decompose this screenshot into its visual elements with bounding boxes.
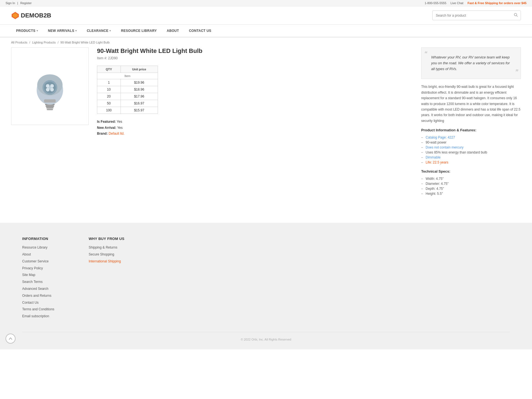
quote-text: Whatever your RV, our RV service team wi… [428, 53, 514, 73]
product-title: 90-Watt Bright White LED Light Bulb [97, 47, 413, 55]
svg-rect-6 [46, 106, 54, 107]
svg-point-2 [514, 13, 517, 16]
breadcrumb: All Products / Lighting Products / 90-Wa… [0, 37, 532, 47]
svg-point-17 [48, 86, 51, 89]
shipping-promo: Fast & Free Shipping for orders over $45 [467, 1, 526, 5]
separator: | [17, 1, 18, 5]
product-details: 90-Watt Bright White LED Light Bulb Item… [97, 47, 413, 137]
nav-products-arrow: ▾ [37, 29, 38, 32]
svg-line-3 [516, 16, 518, 17]
search-button[interactable] [511, 11, 521, 20]
logo-icon [11, 11, 19, 20]
footer-info-link[interactable]: Advanced Search [22, 287, 66, 291]
live-chat-link[interactable]: Live Chat [451, 1, 463, 5]
footer-info-title: INFORMATION [22, 237, 66, 241]
footer-info-link[interactable]: About [22, 252, 66, 257]
specs-list: Width: 4.75"Diameter: 4.75"Depth: 4.75"H… [421, 176, 521, 196]
nav-products[interactable]: PRODUCTS ▾ [11, 25, 43, 37]
product-description: This bright, eco-friendly 90-watt bulb i… [421, 84, 521, 124]
back-to-top-button[interactable] [6, 334, 16, 344]
top-bar-right: 1-800-555-5555 Live Chat Fast & Free Shi… [424, 1, 526, 5]
logo[interactable]: DEMOB2B [11, 11, 51, 20]
footer-why-link[interactable]: International Shipping [89, 259, 133, 264]
feature-item: Catalog Page: 4227 [421, 135, 521, 140]
pricing-table: QTY Unit price Item 1$19.9610$18.9620$17… [97, 66, 158, 114]
feature-link[interactable]: Does not contain mercury [426, 145, 464, 149]
shipping-highlight: Fast & Free Shipping [467, 1, 498, 5]
feature-item: Dimmable [421, 155, 521, 160]
pricing-qty: 20 [97, 93, 121, 100]
feature-link[interactable]: Dimmable [426, 155, 441, 159]
spec-item: Depth: 4.75" [421, 186, 521, 191]
footer-info-link[interactable]: Contact Us [22, 300, 66, 305]
top-bar-left: Sign In | Register [6, 1, 32, 5]
breadcrumb-lighting[interactable]: Lighting Products [32, 41, 56, 44]
pricing-row: 20$17.96 [97, 93, 158, 100]
item-subheader: Item [97, 73, 158, 79]
features-title: Product Information & Features: [421, 128, 521, 132]
phone-number: 1-800-555-5555 [424, 1, 446, 5]
nav-clearance[interactable]: CLEARANCE ▾ [82, 25, 116, 37]
spec-item: Height: 5.5" [421, 191, 521, 196]
shipping-suffix: for orders over $45 [499, 1, 526, 5]
brand: Brand: Default ltd. [97, 131, 413, 137]
register-link[interactable]: Register [20, 1, 32, 5]
header: DEMOB2B [0, 6, 532, 25]
footer-info-link[interactable]: Customer Service [22, 259, 66, 264]
footer-why-link[interactable]: Secure Shopping [89, 252, 133, 257]
feature-link[interactable]: Catalog Page: 4227 [426, 135, 455, 139]
pricing-row: 50$16.97 [97, 100, 158, 107]
pricing-price: $15.97 [121, 107, 158, 114]
footer-info-link[interactable]: Privacy Policy [22, 266, 66, 271]
is-featured: Is Featured: Yes [97, 119, 413, 125]
footer-info-links: Resource LibraryAboutCustomer ServicePri… [22, 245, 66, 319]
pricing-row: 10$18.96 [97, 86, 158, 93]
top-bar: Sign In | Register 1-800-555-5555 Live C… [0, 0, 532, 6]
feature-item: Life: 22.5 years [421, 160, 521, 165]
footer-why-title: WHY BUY FROM US [89, 237, 133, 241]
nav-clearance-arrow: ▾ [109, 29, 111, 32]
nav-contact-us[interactable]: CONTACT US [184, 25, 216, 37]
breadcrumb-all-products[interactable]: All Products [11, 41, 27, 44]
footer-info-link[interactable]: Resource Library [22, 245, 66, 250]
nav-about[interactable]: ABOUT [162, 25, 184, 37]
footer-why-col: WHY BUY FROM US Shipping & ReturnsSecure… [89, 237, 133, 321]
feature-item: 90-watt power [421, 140, 521, 145]
footer-why-links: Shipping & ReturnsSecure ShoppingInterna… [89, 245, 133, 264]
nav-new-arrivals[interactable]: NEW ARRIVALS ▾ [43, 25, 82, 37]
svg-rect-7 [46, 107, 54, 108]
feature-item: Uses 85% less energy than standard bulb [421, 150, 521, 155]
feature-item: Does not contain mercury [421, 145, 521, 150]
footer-info-link[interactable]: Terms and Conditions [22, 307, 66, 312]
product-image [25, 58, 75, 114]
pricing-price: $17.96 [121, 93, 158, 100]
footer-info-link[interactable]: Site Map [22, 273, 66, 277]
pricing-price: $19.96 [121, 79, 158, 86]
specs-title: Technical Specs: [421, 169, 521, 173]
feature-link[interactable]: Life: 22.5 years [426, 160, 448, 164]
nav-new-arrivals-arrow: ▾ [75, 29, 77, 32]
nav-resource-library[interactable]: RESOURCE LIBRARY [116, 25, 162, 37]
footer-info-link[interactable]: Search Terms [22, 280, 66, 284]
product-sku: Item #: 2JD90 [97, 56, 413, 60]
breadcrumb-product[interactable]: 90-Watt Bright White LED Light Bulb [60, 41, 110, 44]
search-input[interactable] [433, 11, 511, 20]
pricing-price: $18.96 [121, 86, 158, 93]
features-list: Catalog Page: 422790-watt powerDoes not … [421, 135, 521, 165]
product-meta: Is Featured: Yes New Arrival: Yes Brand:… [97, 119, 413, 137]
svg-rect-8 [47, 109, 53, 110]
arrow-up-icon [8, 336, 13, 341]
qty-header: QTY [97, 66, 121, 73]
product-image-box [11, 47, 89, 125]
product-container: 90-Watt Bright White LED Light Bulb Item… [0, 47, 532, 212]
quote-open-icon: “ [424, 50, 427, 58]
footer-why-link[interactable]: Shipping & Returns [89, 245, 133, 250]
pricing-qty: 100 [97, 107, 121, 114]
search-bar[interactable] [432, 11, 521, 20]
product-right: “ Whatever your RV, our RV service team … [421, 47, 521, 201]
pricing-qty: 1 [97, 79, 121, 86]
pricing-price: $16.97 [121, 100, 158, 107]
footer-info-link[interactable]: Orders and Returns [22, 293, 66, 298]
footer-info-link[interactable]: Email subscription [22, 314, 66, 319]
sign-in-link[interactable]: Sign In [6, 1, 15, 5]
